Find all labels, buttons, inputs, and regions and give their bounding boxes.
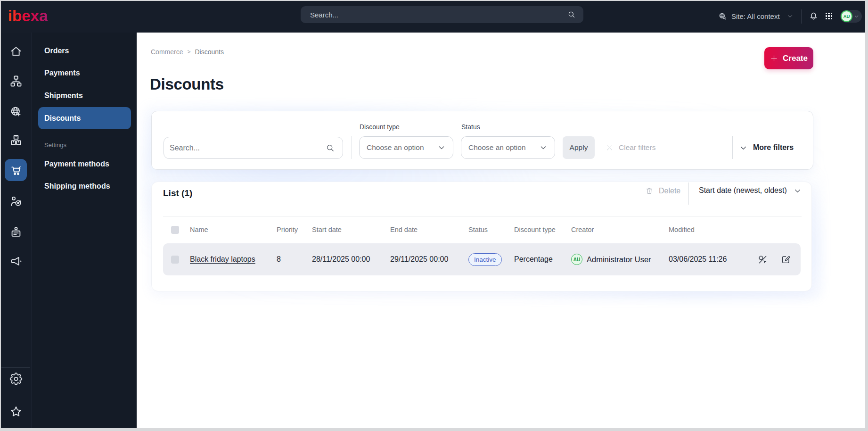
plus-icon bbox=[770, 54, 778, 62]
rail-divider bbox=[1, 367, 30, 368]
ibexa-logo[interactable]: ibexa bbox=[8, 7, 48, 25]
page-title: Discounts bbox=[150, 75, 224, 93]
filters-card: Discount type Choose an option Status Ch… bbox=[151, 111, 813, 170]
sidebar-section-divider bbox=[32, 136, 137, 136]
filter-divider bbox=[351, 136, 352, 159]
col-name: Name bbox=[190, 226, 277, 233]
more-filters-divider bbox=[732, 136, 733, 159]
chevron-down-icon bbox=[794, 187, 802, 195]
table-header: Name Priority Start date End date Status… bbox=[163, 223, 802, 236]
packages-icon[interactable] bbox=[9, 133, 23, 147]
discount-type-label: Discount type bbox=[360, 123, 400, 131]
col-priority: Priority bbox=[277, 226, 312, 233]
site-context-label: Site: All context bbox=[731, 12, 780, 20]
end-date-value: 29/11/2025 00:00 bbox=[390, 255, 468, 264]
corporate-icon[interactable] bbox=[9, 226, 23, 239]
col-discount-type: Discount type bbox=[514, 226, 571, 233]
discount-type-value: Percentage bbox=[514, 255, 571, 264]
sidebar-section-label: Settings bbox=[44, 141, 66, 149]
window-frame-top bbox=[0, 0, 868, 1]
col-start-date: Start date bbox=[312, 226, 390, 233]
status-select[interactable]: Choose an option bbox=[461, 136, 555, 159]
chevron-down-icon bbox=[739, 144, 747, 152]
discount-name-link[interactable]: Black friday laptops bbox=[190, 255, 255, 263]
topbar: ibexa Site: All context AU bbox=[0, 0, 868, 33]
sidebar-item-payment-methods[interactable]: Payment methods bbox=[32, 156, 137, 172]
sitemap-icon[interactable] bbox=[9, 75, 23, 88]
clear-filters-button[interactable]: Clear filters bbox=[606, 136, 655, 159]
bookmarks-star-icon[interactable] bbox=[9, 405, 23, 418]
sidebar-item-discounts[interactable]: Discounts bbox=[38, 107, 131, 129]
delete-button[interactable]: Delete bbox=[645, 186, 680, 196]
row-actions bbox=[757, 254, 801, 265]
filter-search[interactable] bbox=[164, 137, 343, 159]
sidebar-panel: Orders Payments Shipments Discounts Sett… bbox=[32, 33, 137, 428]
col-end-date: End date bbox=[390, 226, 468, 233]
site-context-switcher[interactable]: Site: All context bbox=[718, 0, 793, 33]
rail-divider-short bbox=[8, 394, 24, 394]
create-button[interactable]: Create bbox=[764, 47, 813, 69]
global-search-input[interactable] bbox=[310, 11, 567, 19]
table-row: Black friday laptops 8 28/11/2025 00:00 … bbox=[163, 243, 801, 275]
apps-grid-icon[interactable] bbox=[826, 13, 832, 19]
chevron-down-icon bbox=[438, 144, 445, 151]
globe-cursor-icon[interactable] bbox=[9, 105, 23, 118]
status-label: Status bbox=[461, 123, 480, 131]
modified-value: 03/06/2025 11:26 bbox=[669, 255, 750, 264]
col-creator: Creator bbox=[571, 226, 669, 233]
global-search[interactable] bbox=[301, 6, 583, 23]
creator-cell: AU Administrator User bbox=[571, 254, 669, 265]
breadcrumb-commerce[interactable]: Commerce bbox=[151, 48, 183, 56]
creator-avatar: AU bbox=[571, 254, 582, 265]
trash-icon bbox=[645, 186, 654, 196]
personalization-icon[interactable] bbox=[9, 195, 23, 208]
breadcrumb-separator: > bbox=[187, 49, 190, 55]
start-date-value: 28/11/2025 00:00 bbox=[312, 255, 390, 264]
sidebar-item-shipments[interactable]: Shipments bbox=[32, 88, 137, 104]
topbar-divider bbox=[802, 9, 802, 24]
close-icon bbox=[606, 144, 614, 152]
sidebar-item-shipping-methods[interactable]: Shipping methods bbox=[32, 178, 137, 194]
breadcrumb-discounts[interactable]: Discounts bbox=[195, 48, 223, 56]
window-frame-bottom bbox=[0, 428, 868, 431]
breadcrumb: Commerce > Discounts bbox=[151, 48, 224, 56]
chevron-down-icon bbox=[540, 144, 547, 151]
chevron-down-icon bbox=[787, 13, 793, 19]
chevron-down-icon bbox=[854, 14, 859, 19]
avatar: AU bbox=[841, 10, 852, 22]
apply-button[interactable]: Apply bbox=[563, 136, 595, 159]
priority-value: 8 bbox=[277, 255, 312, 264]
list-title: List (1) bbox=[163, 188, 192, 199]
window-frame-left bbox=[0, 0, 1, 431]
sort-dropdown[interactable]: Start date (newest, oldest) bbox=[699, 186, 802, 195]
sidebar-item-orders[interactable]: Orders bbox=[32, 43, 137, 59]
user-menu[interactable]: AU bbox=[840, 10, 862, 23]
settings-gear-icon[interactable] bbox=[9, 373, 22, 385]
select-all-checkbox[interactable] bbox=[171, 226, 179, 234]
edit-icon[interactable] bbox=[781, 254, 791, 265]
globe-search-icon bbox=[718, 12, 727, 21]
search-icon bbox=[567, 10, 576, 19]
main-content: Commerce > Discounts Create Discounts Di… bbox=[137, 33, 865, 428]
col-status: Status bbox=[468, 226, 514, 233]
cart-icon[interactable] bbox=[9, 164, 23, 177]
sidebar-rail bbox=[0, 33, 32, 428]
search-icon bbox=[326, 143, 335, 153]
discount-type-select[interactable]: Choose an option bbox=[359, 136, 453, 159]
list-card: List (1) Delete Start date (newest, olde… bbox=[151, 182, 812, 291]
row-checkbox[interactable] bbox=[171, 256, 179, 264]
more-filters-button[interactable]: More filters bbox=[739, 136, 794, 159]
status-badge: Inactive bbox=[468, 253, 502, 266]
home-icon[interactable] bbox=[9, 45, 23, 58]
creator-name: Administrator User bbox=[587, 255, 651, 264]
window-frame-right bbox=[865, 0, 868, 431]
table-divider bbox=[163, 216, 802, 216]
filter-search-input[interactable] bbox=[170, 144, 326, 152]
notifications-bell-icon[interactable] bbox=[809, 11, 819, 21]
col-modified: Modified bbox=[669, 226, 750, 233]
megaphone-icon[interactable] bbox=[9, 255, 23, 268]
app: ibexa Site: All context AU bbox=[0, 0, 868, 431]
sort-divider bbox=[688, 182, 689, 205]
deactivate-codes-icon[interactable] bbox=[757, 254, 768, 265]
sidebar-item-payments[interactable]: Payments bbox=[32, 65, 137, 81]
